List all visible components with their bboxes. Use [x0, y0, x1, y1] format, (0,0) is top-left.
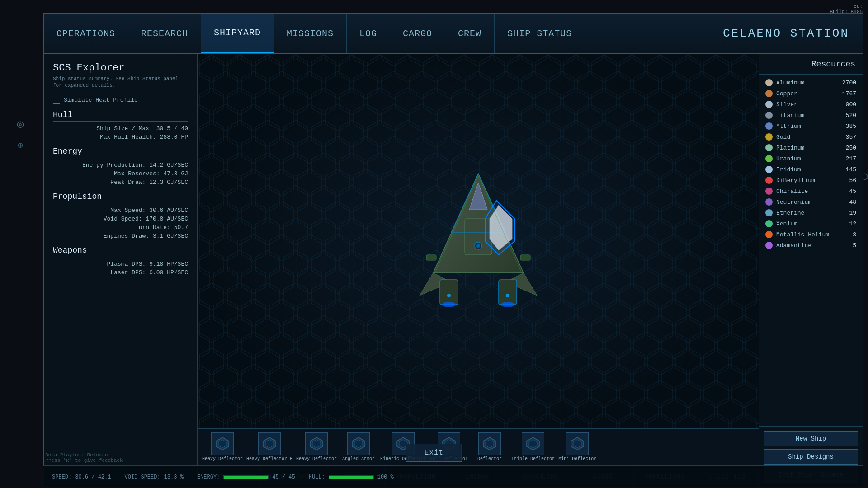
resources-header: Resources [759, 54, 863, 75]
simulate-row: Simulate Heat Profile [53, 97, 188, 104]
part-item-1[interactable]: Heavy Deflector B [246, 432, 292, 462]
weapons-header: Weapons [53, 246, 188, 257]
simulate-checkbox[interactable] [53, 97, 60, 104]
resource-row-14: Metallic Helium 8 [759, 229, 863, 240]
new-ship-button[interactable]: New Ship [764, 431, 858, 446]
resource-amount-3: 520 [846, 112, 856, 119]
energy-stat-0-value: 14.2 GJ/SEC [149, 162, 188, 169]
energy-stat-1: Max Reserves: 47.3 GJ [53, 170, 188, 177]
resource-name-1: Copper [776, 90, 839, 97]
build-version: 58: [830, 4, 863, 9]
part-icon-1 [258, 432, 281, 455]
resource-amount-13: 12 [849, 221, 856, 227]
resource-row-15: Adamantine 5 [759, 240, 863, 251]
prop-stat-1: Void Speed: 170.8 AU/SEC [53, 216, 188, 222]
resource-amount-10: 45 [849, 188, 856, 195]
part-item-7[interactable]: Triple Deflector [511, 432, 555, 462]
part-item-3[interactable]: Angled Armor [340, 432, 377, 462]
hull-status: HULL: 100 % [309, 474, 394, 480]
prop-stat-0-label: Max Speed: [110, 207, 146, 214]
part-item-6[interactable]: Deflector [472, 432, 508, 462]
nav-crew[interactable]: Crew [445, 14, 495, 53]
hull-progress-fill [329, 476, 373, 479]
hull-stat-0-value: 30.5 / 40 [156, 125, 188, 132]
resource-amount-5: 357 [846, 134, 856, 141]
resource-name-8: Iridium [776, 166, 842, 173]
exit-button-container: Exit [406, 444, 462, 462]
side-icon-1[interactable]: ◎ [17, 117, 24, 131]
resource-name-2: Silver [776, 101, 839, 108]
svg-rect-21 [426, 255, 436, 260]
resource-row-11: Neutronium 48 [759, 197, 863, 207]
resource-icon-5 [765, 133, 773, 141]
svg-point-16 [447, 294, 451, 297]
nav-research[interactable]: Research [128, 14, 201, 53]
propulsion-header: Propulsion [53, 192, 188, 203]
resource-amount-1: 1767 [842, 90, 856, 97]
ship-viewport[interactable] [198, 54, 759, 428]
resource-name-5: Gold [776, 134, 842, 141]
resource-amount-9: 56 [849, 177, 856, 184]
resource-name-7: Uranium [776, 155, 842, 162]
speed-label: SPEED: [52, 474, 71, 480]
part-icon-7 [522, 432, 544, 455]
left-panel: SCS Explorer Ship status summary. See Sh… [44, 54, 198, 487]
weapons-stat-0: Plasma DPS: 9.18 HP/SEC [53, 261, 188, 267]
energy-stat-2-label: Peak Draw: [110, 179, 146, 186]
nav-cargo[interactable]: Cargo [390, 14, 445, 53]
exit-button[interactable]: Exit [406, 444, 462, 462]
resource-row-12: Etherine 19 [759, 207, 863, 218]
resource-name-15: Adamantine [776, 242, 849, 249]
svg-rect-22 [520, 255, 530, 260]
status-bar: SPEED: 30.6 / 42.1 VOID SPEED: 13.3 % EN… [43, 465, 863, 488]
resource-icon-4 [765, 122, 773, 130]
prop-stat-1-value: 170.8 AU/SEC [146, 216, 188, 222]
part-icon-2 [305, 432, 328, 455]
nav-ship-status[interactable]: Ship Status [495, 14, 585, 53]
simulate-label: Simulate Heat Profile [64, 97, 138, 103]
part-item-2[interactable]: Heavy Deflector [296, 432, 337, 462]
center-panel: Heavy DeflectorHeavy Deflector BHeavy De… [198, 54, 759, 487]
resource-amount-0: 2700 [842, 80, 856, 86]
right-panel: Resources Aluminum 2700 Copper 1767 Silv… [759, 54, 863, 487]
resource-name-12: Etherine [776, 210, 845, 216]
part-label-6: Deflector [477, 456, 502, 462]
prop-stat-1-label: Void Speed: [104, 216, 142, 222]
hull-header: Hull [53, 110, 188, 122]
svg-point-10 [501, 302, 514, 307]
side-icon-2[interactable]: ⊕ [18, 140, 23, 151]
energy-progress-fill [224, 476, 268, 479]
resource-amount-15: 5 [853, 242, 856, 249]
nav-shipyard[interactable]: Shipyard [201, 14, 274, 53]
resource-name-10: Chiralite [776, 188, 845, 195]
resource-row-0: Aluminum 2700 [759, 77, 863, 88]
resource-row-6: Platinum 250 [759, 142, 863, 153]
nav-bar: Operations Research Shipyard Missions Lo… [44, 14, 863, 54]
part-item-0[interactable]: Heavy Deflector [202, 432, 243, 462]
resource-icon-3 [765, 112, 773, 119]
resource-name-3: Titanium [776, 112, 842, 119]
part-icon-3 [347, 432, 370, 455]
left-sidebar-icons: ◎ ⊕ [0, 117, 41, 151]
resource-icon-11 [765, 198, 773, 206]
hull-stat-0-label: Ship Size / Max: [96, 125, 153, 132]
hull-stat-0: Ship Size / Max: 30.5 / 40 [53, 125, 188, 132]
nav-operations[interactable]: Operations [44, 14, 128, 53]
prop-stat-3: Engines Draw: 3.1 GJ/SEC [53, 233, 188, 239]
nav-log[interactable]: Log [347, 14, 390, 53]
ship-name: SCS Explorer [53, 62, 188, 74]
ship-designs-button[interactable]: Ship Designs [764, 449, 858, 465]
beta-info: Beta Playtest Release Press 'R' to give … [45, 452, 123, 463]
nav-missions[interactable]: Missions [274, 14, 347, 53]
resource-row-5: Gold 357 [759, 131, 863, 142]
energy-label: ENERGY: [197, 474, 220, 480]
energy-stat-0-label: Energy Production: [82, 162, 146, 169]
resource-icon-6 [765, 144, 773, 151]
prop-stat-2-value: 50.7 [174, 224, 188, 231]
main-window: Operations Research Shipyard Missions Lo… [43, 13, 863, 488]
part-label-0: Heavy Deflector [202, 456, 243, 462]
part-item-8[interactable]: Mini Deflector [558, 432, 596, 462]
resource-name-9: DiBeryllium [776, 177, 845, 184]
resource-name-4: Yttrium [776, 123, 842, 130]
resource-row-13: Xenium 12 [759, 218, 863, 229]
